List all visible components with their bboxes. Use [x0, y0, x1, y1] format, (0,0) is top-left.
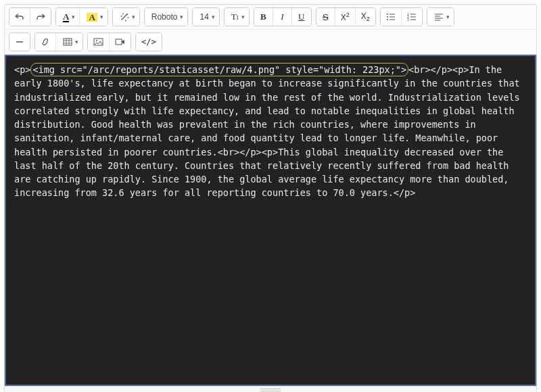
subscript-icon: X2	[361, 11, 370, 22]
font-family-select[interactable]: Roboto ▾	[145, 8, 188, 26]
redo-icon	[36, 13, 45, 21]
resize-handle[interactable]	[5, 386, 536, 392]
font-color-button[interactable]: A ▾	[56, 8, 80, 26]
superscript-icon: X2	[341, 11, 350, 22]
align-button[interactable]: ▾	[427, 8, 454, 26]
chevron-down-icon: ▾	[212, 14, 215, 20]
align-left-icon	[434, 13, 444, 21]
svg-point-9	[96, 40, 97, 41]
svg-point-1	[387, 14, 388, 15]
chevron-down-icon: ▾	[75, 39, 78, 45]
magic-button[interactable]: ▾	[113, 8, 139, 26]
svg-point-0	[126, 14, 128, 15]
link-icon	[41, 38, 50, 46]
ordered-list-button[interactable]: 123	[402, 8, 422, 26]
code-prefix: <p>	[14, 64, 30, 75]
ordered-list-icon: 123	[407, 13, 417, 21]
video-button[interactable]	[110, 33, 131, 51]
toolbar-row-1: A ▾ A ▾ ▾ Roboto ▾	[5, 5, 536, 29]
chevron-down-icon: ▾	[446, 14, 450, 20]
chevron-down-icon: ▾	[72, 14, 75, 20]
code-rest: <br></p><p>In the early 1800's, life exp…	[14, 64, 525, 198]
code-view-button[interactable]: </>	[136, 33, 162, 51]
font-family-label: Roboto	[151, 12, 178, 22]
font-size-label: 14	[199, 12, 208, 22]
highlight-icon: A	[87, 13, 97, 22]
toolbar-row-2: ▾ </>	[5, 29, 536, 54]
strikethrough-icon: S	[323, 12, 329, 22]
minus-icon	[15, 38, 24, 46]
image-button[interactable]	[88, 33, 110, 51]
chevron-down-icon: ▾	[241, 14, 245, 20]
svg-rect-7	[64, 39, 72, 45]
italic-icon: I	[281, 11, 283, 22]
font-color-icon: A	[63, 12, 69, 22]
bold-icon: B	[260, 11, 266, 22]
horizontal-rule-button[interactable]	[9, 33, 30, 51]
editor-container: A ▾ A ▾ ▾ Roboto ▾	[4, 4, 537, 392]
chevron-down-icon: ▾	[132, 14, 135, 20]
highlight-color-button[interactable]: A ▾	[80, 8, 107, 26]
paragraph-style-select[interactable]: TI ▾	[225, 8, 249, 26]
video-icon	[115, 38, 125, 46]
redo-button[interactable]	[30, 8, 51, 26]
unordered-list-icon	[386, 13, 396, 21]
chevron-down-icon: ▾	[180, 14, 183, 20]
grip-icon	[260, 389, 281, 391]
italic-button[interactable]: I	[273, 8, 292, 26]
svg-point-3	[387, 19, 388, 20]
unordered-list-button[interactable]	[381, 8, 402, 26]
svg-text:3: 3	[407, 18, 409, 21]
table-button[interactable]: ▾	[56, 33, 83, 51]
superscript-button[interactable]: X2	[335, 8, 356, 26]
undo-button[interactable]	[9, 8, 30, 26]
underline-button[interactable]: U	[292, 8, 311, 26]
svg-point-2	[387, 16, 388, 18]
bold-button[interactable]: B	[254, 8, 273, 26]
subscript-button[interactable]: X2	[356, 8, 375, 26]
toolbar: A ▾ A ▾ ▾ Roboto ▾	[5, 5, 536, 55]
underline-icon: U	[298, 11, 304, 22]
paragraph-style-icon: TI	[231, 11, 239, 22]
chevron-down-icon: ▾	[100, 14, 103, 20]
code-editor[interactable]: <p><img src="/arc/reports/staticasset/ra…	[5, 55, 536, 386]
magic-wand-icon	[120, 12, 129, 22]
code-selection: <img src="/arc/reports/staticasset/raw/4…	[30, 63, 408, 76]
undo-icon	[15, 13, 24, 21]
link-button[interactable]	[35, 33, 56, 51]
svg-rect-10	[116, 39, 122, 45]
code-view-icon: </>	[141, 37, 156, 47]
table-icon	[63, 38, 72, 46]
font-size-select[interactable]: 14 ▾	[193, 8, 218, 26]
strikethrough-button[interactable]: S	[316, 8, 335, 26]
image-icon	[93, 38, 103, 46]
